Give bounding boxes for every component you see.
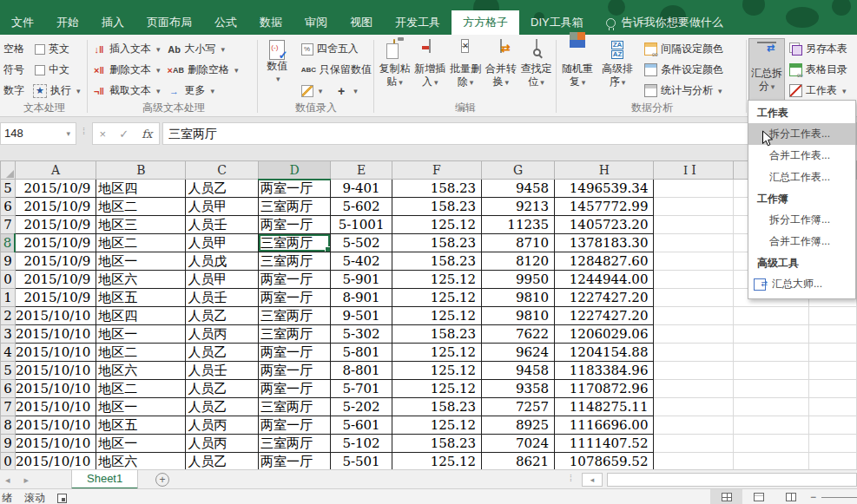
tab-formulas[interactable]: 公式	[203, 10, 248, 35]
cell[interactable]: 三室两厅	[259, 325, 331, 344]
cell[interactable]: 125.12	[392, 380, 481, 398]
column-header-C[interactable]: C	[186, 161, 259, 180]
cell[interactable]: 人员乙	[186, 380, 259, 398]
cell[interactable]: 三室两厅	[259, 307, 331, 325]
cell[interactable]: 人员甲	[186, 234, 259, 252]
cell[interactable]: 人员戊	[186, 252, 259, 271]
cell[interactable]	[654, 307, 734, 325]
cell[interactable]: 人员乙	[186, 307, 259, 325]
cell[interactable]: 人员丙	[186, 435, 259, 453]
row-header[interactable]: 3	[1, 325, 16, 344]
cell[interactable]: 5-1001	[331, 216, 392, 234]
row-header[interactable]: 0	[1, 271, 16, 289]
cell[interactable]: 两室一厅	[259, 362, 331, 380]
select-all-corner[interactable]	[1, 161, 16, 180]
cell[interactable]	[808, 435, 856, 453]
cell[interactable]: 三室两厅	[259, 252, 331, 271]
tab-file[interactable]: 文件	[0, 10, 45, 35]
cell[interactable]	[734, 416, 808, 435]
cell[interactable]: 人员壬	[186, 289, 259, 307]
cell[interactable]	[654, 325, 734, 344]
cell[interactable]: 地区五	[96, 416, 186, 435]
cell[interactable]	[654, 234, 734, 252]
cell[interactable]: 两室一厅	[259, 344, 331, 362]
cell[interactable]: 125.12	[392, 453, 481, 470]
summary-split-button[interactable]: ⇄ 汇总拆分▾	[748, 38, 785, 101]
edit-pencil-icon[interactable]	[301, 85, 313, 97]
column-header-G[interactable]: G	[482, 161, 555, 180]
cell[interactable]: 2015/10/10	[15, 362, 96, 380]
cell[interactable]: 8-801	[331, 362, 392, 380]
cell[interactable]	[654, 380, 734, 398]
tab-page-layout[interactable]: 页面布局	[135, 10, 203, 35]
cell[interactable]: 158.23	[392, 252, 481, 271]
cell[interactable]: 人员丙	[186, 416, 259, 435]
menu-item-merge-workbook[interactable]: 合并工作簿...	[748, 231, 855, 252]
stats-analysis-button[interactable]: 统计与分析▾	[644, 81, 723, 101]
row-header[interactable]: 9	[1, 252, 16, 271]
cell[interactable]: 两室一厅	[259, 216, 331, 234]
cell[interactable]: 2015/10/9	[15, 234, 96, 252]
tell-me-box[interactable]: 告诉我你想要做什么	[595, 10, 735, 35]
cell[interactable]: 地区一	[96, 325, 186, 344]
cell[interactable]: 地区一	[96, 435, 186, 453]
cell[interactable]: 9458	[482, 362, 555, 380]
cell[interactable]: 人员壬	[186, 362, 259, 380]
cell[interactable]: 两室一厅	[259, 289, 331, 307]
cell[interactable]: 地区一	[96, 252, 186, 271]
cell[interactable]: 1116696.00	[555, 416, 654, 435]
cell[interactable]: 8-901	[331, 289, 392, 307]
cell[interactable]: 1378183.30	[555, 234, 654, 252]
cell[interactable]	[654, 198, 734, 216]
cell[interactable]	[654, 453, 734, 470]
cell[interactable]: 地区六	[96, 453, 186, 470]
menu-item-summarize-worksheet[interactable]: 汇总工作表...	[748, 167, 855, 188]
cell[interactable]: 5-202	[331, 398, 392, 416]
cell[interactable]: 1170872.96	[555, 380, 654, 398]
cell[interactable]: 1457772.99	[555, 198, 654, 216]
cell[interactable]: 9-401	[331, 180, 392, 198]
more-button[interactable]: →更多▾	[168, 81, 239, 101]
cell[interactable]: 9358	[482, 380, 555, 398]
cell[interactable]: 125.12	[392, 416, 481, 435]
hscroll-thumb[interactable]	[607, 473, 857, 487]
cell[interactable]	[654, 289, 734, 307]
name-box[interactable]: 148▾	[0, 122, 76, 145]
cell[interactable]: 8710	[482, 234, 555, 252]
cell[interactable]	[654, 362, 734, 380]
cell[interactable]: 地区四	[96, 307, 186, 325]
cell[interactable]: 1148275.11	[555, 398, 654, 416]
cell[interactable]: 7257	[482, 398, 555, 416]
cell[interactable]: 7024	[482, 435, 555, 453]
random-repeat-button[interactable]: 随机重复▾	[559, 38, 596, 101]
cell[interactable]: 125.12	[392, 307, 481, 325]
row-header[interactable]: 7	[1, 398, 16, 416]
extract-text-button[interactable]: ¬‖截取文本▾	[92, 81, 161, 101]
cell[interactable]: 2015/10/10	[15, 380, 96, 398]
row-header[interactable]: 1	[1, 289, 16, 307]
cell[interactable]: 125.12	[392, 289, 481, 307]
cell[interactable]: 8925	[482, 416, 555, 435]
cell[interactable]: 人员乙	[186, 398, 259, 416]
keep-numeric-button[interactable]: ABC只保留数值	[301, 60, 372, 80]
cell[interactable]	[654, 252, 734, 271]
cell[interactable]: 5-102	[331, 435, 392, 453]
delete-text-button[interactable]: ×‖删除文本▾	[92, 60, 161, 80]
cell[interactable]: 地区二	[96, 234, 186, 252]
cell[interactable]: 9-501	[331, 307, 392, 325]
cell[interactable]	[734, 307, 808, 325]
cell[interactable]: 人员壬	[186, 216, 259, 234]
cell[interactable]: 1405723.20	[555, 216, 654, 234]
cell[interactable]: 2015/10/10	[15, 416, 96, 435]
cell[interactable]: 5-501	[331, 453, 392, 470]
conditional-color-button[interactable]: 条件设定颜色	[644, 60, 723, 80]
cell[interactable]: 2015/10/9	[15, 289, 96, 307]
cell[interactable]	[808, 325, 856, 344]
cell[interactable]	[734, 398, 808, 416]
cell[interactable]: 2015/10/10	[15, 325, 96, 344]
column-header-D[interactable]: D	[259, 161, 331, 180]
new-sheet-button[interactable]: +	[155, 473, 169, 487]
cell[interactable]: 5-601	[331, 416, 392, 435]
cell[interactable]: 地区六	[96, 271, 186, 289]
insert-rows-button[interactable]: 新增插入▾	[412, 38, 448, 89]
